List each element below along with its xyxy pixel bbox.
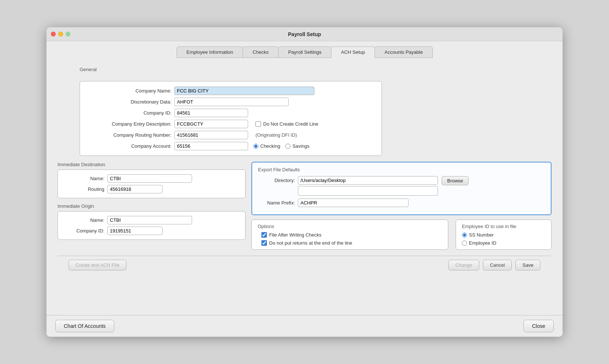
export-dir-input2[interactable] xyxy=(298,186,438,196)
tab-checks[interactable]: Checks xyxy=(243,46,278,58)
company-id-row: Company ID: xyxy=(87,109,375,117)
chart-of-accounts-button[interactable]: Chart Of Accounts xyxy=(55,320,114,332)
originating-label: (Originating DFI ID) xyxy=(255,132,297,138)
tab-employee-information[interactable]: Employee Information xyxy=(177,46,243,58)
file-after-checks-checkbox[interactable] xyxy=(261,232,267,238)
export-prefix-input[interactable] xyxy=(298,199,408,207)
immed-dest-name-input[interactable] xyxy=(107,174,192,183)
title-bar: Payroll Setup xyxy=(46,27,563,41)
account-input[interactable] xyxy=(174,142,248,150)
immed-dest-name-label: Name: xyxy=(64,176,104,181)
ss-number-radio[interactable] xyxy=(462,232,467,238)
immed-orig-name-label: Name: xyxy=(64,217,104,223)
entry-desc-row: Company Entry Description: Do Not Create… xyxy=(87,120,375,128)
cancel-button[interactable]: Cancel xyxy=(483,260,512,270)
disc-data-row: Discretionary Data: xyxy=(87,98,375,106)
disc-data-label: Discretionary Data: xyxy=(87,99,171,105)
export-file-defaults-box: Export File Defaults Directory: Browse N… xyxy=(251,162,551,215)
tab-ach-setup[interactable]: ACH Setup xyxy=(331,46,375,58)
traffic-lights xyxy=(51,32,70,36)
immediate-destination-section: Immediate Destination Name: Routing xyxy=(58,162,246,198)
immed-orig-compid-label: Company ID: xyxy=(64,228,104,234)
export-dir-label: Directory: xyxy=(258,176,295,183)
ss-number-radio-label[interactable]: SS Number xyxy=(462,232,545,238)
company-name-label: Company Name: xyxy=(87,88,171,94)
savings-radio-label[interactable]: Savings xyxy=(285,143,309,149)
left-panels: Immediate Destination Name: Routing xyxy=(58,162,246,240)
do-not-credit-checkbox[interactable] xyxy=(255,121,261,127)
routing-label: Company Routing Number: xyxy=(87,132,171,138)
entry-desc-input[interactable] xyxy=(174,120,248,128)
footer-bar: Chart Of Accounts Close xyxy=(46,315,563,337)
company-name-input[interactable] xyxy=(174,87,314,95)
immediate-origin-box: Name: Company ID: xyxy=(58,211,246,240)
main-content: General Company Name: Discretionary Data… xyxy=(46,58,563,315)
immediate-destination-label: Immediate Destination xyxy=(58,162,246,167)
company-name-row: Company Name: xyxy=(87,87,375,95)
immed-dest-name-row: Name: xyxy=(64,174,239,183)
main-window: Payroll Setup Employee Information Check… xyxy=(46,27,563,337)
general-section-label: General xyxy=(80,67,551,72)
options-title: Options xyxy=(258,224,442,229)
no-returns-checkbox[interactable] xyxy=(261,240,267,246)
tab-accounts-payable[interactable]: Accounts Payable xyxy=(375,46,433,58)
savings-radio[interactable] xyxy=(285,144,290,149)
no-returns-text: Do not put returns at the end of the lin… xyxy=(269,240,352,246)
options-row: Options File After Writing Checks Do not… xyxy=(251,220,551,250)
company-id-input[interactable] xyxy=(174,109,248,117)
employee-id-options: SS Number Employee ID xyxy=(462,232,545,246)
disc-data-input[interactable] xyxy=(174,98,289,106)
ss-number-text: SS Number xyxy=(469,232,494,238)
checking-radio-label[interactable]: Checking xyxy=(253,143,280,149)
checking-radio[interactable] xyxy=(253,144,258,149)
file-after-checks-label[interactable]: File After Writing Checks xyxy=(261,232,442,238)
do-not-credit-label[interactable]: Do Not Create Credit Line xyxy=(255,121,319,127)
export-title: Export File Defaults xyxy=(258,167,545,172)
export-dir-input[interactable] xyxy=(298,176,438,185)
close-button[interactable]: Close xyxy=(523,320,554,332)
change-button[interactable]: Change xyxy=(448,260,479,270)
tab-bar: Employee Information Checks Payroll Sett… xyxy=(46,41,563,58)
file-after-checks-text: File After Writing Checks xyxy=(269,232,321,238)
create-test-ach-button[interactable]: Create test ACH FIle xyxy=(69,260,126,270)
browse-button[interactable]: Browse xyxy=(442,176,469,185)
right-panel: Export File Defaults Directory: Browse N… xyxy=(251,162,551,250)
maximize-traffic-light[interactable] xyxy=(66,32,70,36)
tab-payroll-settings[interactable]: Payroll Settings xyxy=(278,46,331,58)
account-type-radio-group: Checking Savings xyxy=(253,143,309,149)
immed-orig-name-input[interactable] xyxy=(107,216,192,224)
bottom-bar: Create test ACH FIle Change Cancel Save xyxy=(58,256,551,274)
minimize-traffic-light[interactable] xyxy=(58,32,63,36)
entry-desc-label: Company Entry Description: xyxy=(87,121,171,127)
immed-orig-compid-row: Company ID: xyxy=(64,227,239,235)
immed-dest-routing-label: Routing xyxy=(64,186,104,192)
routing-row: Company Routing Number: (Originating DFI… xyxy=(87,131,375,139)
immediate-origin-label: Immediate Origin xyxy=(58,203,246,209)
employee-id-box: Employee ID to use in file SS Number Emp… xyxy=(456,220,551,250)
employee-id-title: Employee ID to use in file xyxy=(462,224,545,229)
immed-orig-name-row: Name: xyxy=(64,216,239,224)
export-dir-area xyxy=(298,176,438,196)
export-prefix-row: Name Prefix: xyxy=(258,199,545,207)
routing-input[interactable] xyxy=(174,131,248,139)
general-box: Company Name: Discretionary Data: Compan… xyxy=(80,81,382,156)
immed-dest-routing-input[interactable] xyxy=(107,185,163,193)
close-traffic-light[interactable] xyxy=(51,32,56,36)
immed-dest-routing-row: Routing xyxy=(64,185,239,193)
save-button[interactable]: Save xyxy=(515,260,540,270)
company-id-label: Company ID: xyxy=(87,110,171,116)
immed-orig-compid-input[interactable] xyxy=(107,227,163,235)
account-row: Company Account: Checking Savings xyxy=(87,142,375,150)
export-dir-row: Directory: Browse xyxy=(258,176,545,196)
account-label: Company Account: xyxy=(87,143,171,149)
export-prefix-label: Name Prefix: xyxy=(258,199,295,206)
middle-row: Immediate Destination Name: Routing xyxy=(58,162,551,250)
employee-id-radio[interactable] xyxy=(462,241,467,246)
employee-id-text: Employee ID xyxy=(469,240,496,246)
options-box: Options File After Writing Checks Do not… xyxy=(251,220,448,250)
no-returns-label[interactable]: Do not put returns at the end of the lin… xyxy=(261,240,442,246)
window-title: Payroll Setup xyxy=(288,31,321,37)
immediate-origin-section: Immediate Origin Name: Company ID: xyxy=(58,203,246,240)
employee-id-radio-label[interactable]: Employee ID xyxy=(462,240,545,246)
options-checks: File After Writing Checks Do not put ret… xyxy=(258,232,442,246)
